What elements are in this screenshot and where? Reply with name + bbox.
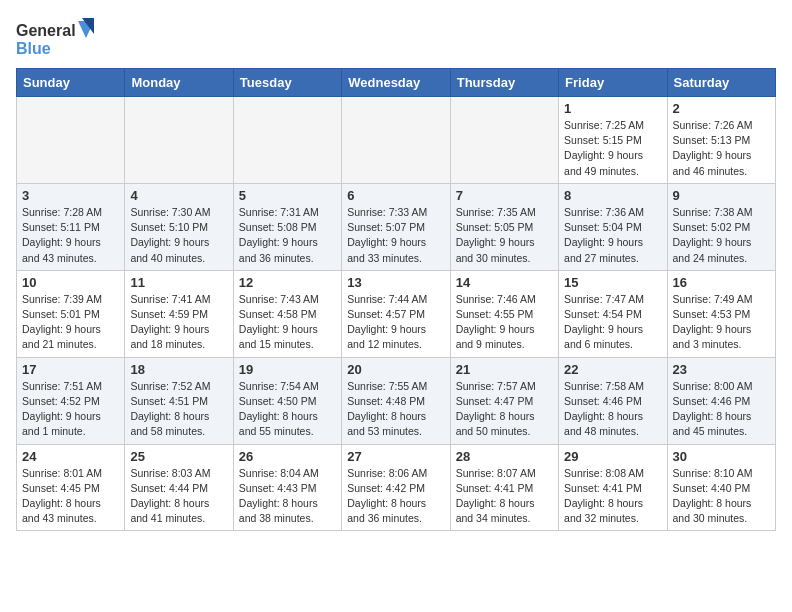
day-number: 6	[347, 188, 444, 203]
day-info: Sunrise: 7:58 AM Sunset: 4:46 PM Dayligh…	[564, 379, 661, 440]
day-info: Sunrise: 7:33 AM Sunset: 5:07 PM Dayligh…	[347, 205, 444, 266]
calendar-cell: 14Sunrise: 7:46 AM Sunset: 4:55 PM Dayli…	[450, 270, 558, 357]
day-info: Sunrise: 8:06 AM Sunset: 4:42 PM Dayligh…	[347, 466, 444, 527]
day-header-sunday: Sunday	[17, 69, 125, 97]
day-number: 11	[130, 275, 227, 290]
page-header: GeneralBlue	[16, 16, 776, 60]
calendar-cell: 20Sunrise: 7:55 AM Sunset: 4:48 PM Dayli…	[342, 357, 450, 444]
day-number: 13	[347, 275, 444, 290]
day-info: Sunrise: 7:51 AM Sunset: 4:52 PM Dayligh…	[22, 379, 119, 440]
calendar-cell: 4Sunrise: 7:30 AM Sunset: 5:10 PM Daylig…	[125, 183, 233, 270]
day-info: Sunrise: 7:30 AM Sunset: 5:10 PM Dayligh…	[130, 205, 227, 266]
day-info: Sunrise: 7:47 AM Sunset: 4:54 PM Dayligh…	[564, 292, 661, 353]
day-number: 30	[673, 449, 770, 464]
calendar: SundayMondayTuesdayWednesdayThursdayFrid…	[16, 68, 776, 531]
day-number: 1	[564, 101, 661, 116]
calendar-cell: 18Sunrise: 7:52 AM Sunset: 4:51 PM Dayli…	[125, 357, 233, 444]
logo: GeneralBlue	[16, 16, 96, 60]
calendar-cell	[233, 97, 341, 184]
calendar-cell: 29Sunrise: 8:08 AM Sunset: 4:41 PM Dayli…	[559, 444, 667, 531]
day-info: Sunrise: 7:35 AM Sunset: 5:05 PM Dayligh…	[456, 205, 553, 266]
day-header-thursday: Thursday	[450, 69, 558, 97]
day-number: 26	[239, 449, 336, 464]
calendar-cell: 22Sunrise: 7:58 AM Sunset: 4:46 PM Dayli…	[559, 357, 667, 444]
calendar-cell: 27Sunrise: 8:06 AM Sunset: 4:42 PM Dayli…	[342, 444, 450, 531]
day-number: 29	[564, 449, 661, 464]
calendar-cell: 10Sunrise: 7:39 AM Sunset: 5:01 PM Dayli…	[17, 270, 125, 357]
day-number: 4	[130, 188, 227, 203]
day-info: Sunrise: 7:39 AM Sunset: 5:01 PM Dayligh…	[22, 292, 119, 353]
calendar-cell: 1Sunrise: 7:25 AM Sunset: 5:15 PM Daylig…	[559, 97, 667, 184]
day-info: Sunrise: 7:38 AM Sunset: 5:02 PM Dayligh…	[673, 205, 770, 266]
logo-icon: GeneralBlue	[16, 16, 96, 60]
calendar-cell: 30Sunrise: 8:10 AM Sunset: 4:40 PM Dayli…	[667, 444, 775, 531]
calendar-cell: 16Sunrise: 7:49 AM Sunset: 4:53 PM Dayli…	[667, 270, 775, 357]
day-info: Sunrise: 7:57 AM Sunset: 4:47 PM Dayligh…	[456, 379, 553, 440]
calendar-week-2: 3Sunrise: 7:28 AM Sunset: 5:11 PM Daylig…	[17, 183, 776, 270]
calendar-cell: 3Sunrise: 7:28 AM Sunset: 5:11 PM Daylig…	[17, 183, 125, 270]
day-number: 15	[564, 275, 661, 290]
calendar-cell: 9Sunrise: 7:38 AM Sunset: 5:02 PM Daylig…	[667, 183, 775, 270]
day-header-tuesday: Tuesday	[233, 69, 341, 97]
calendar-cell: 13Sunrise: 7:44 AM Sunset: 4:57 PM Dayli…	[342, 270, 450, 357]
day-number: 16	[673, 275, 770, 290]
calendar-cell: 5Sunrise: 7:31 AM Sunset: 5:08 PM Daylig…	[233, 183, 341, 270]
calendar-cell: 28Sunrise: 8:07 AM Sunset: 4:41 PM Dayli…	[450, 444, 558, 531]
day-number: 5	[239, 188, 336, 203]
day-number: 3	[22, 188, 119, 203]
calendar-cell	[125, 97, 233, 184]
day-number: 18	[130, 362, 227, 377]
calendar-cell: 15Sunrise: 7:47 AM Sunset: 4:54 PM Dayli…	[559, 270, 667, 357]
day-number: 21	[456, 362, 553, 377]
calendar-cell: 23Sunrise: 8:00 AM Sunset: 4:46 PM Dayli…	[667, 357, 775, 444]
day-info: Sunrise: 8:07 AM Sunset: 4:41 PM Dayligh…	[456, 466, 553, 527]
day-number: 23	[673, 362, 770, 377]
calendar-cell: 25Sunrise: 8:03 AM Sunset: 4:44 PM Dayli…	[125, 444, 233, 531]
day-info: Sunrise: 8:03 AM Sunset: 4:44 PM Dayligh…	[130, 466, 227, 527]
day-number: 17	[22, 362, 119, 377]
day-info: Sunrise: 7:41 AM Sunset: 4:59 PM Dayligh…	[130, 292, 227, 353]
calendar-cell	[17, 97, 125, 184]
calendar-cell	[342, 97, 450, 184]
day-number: 20	[347, 362, 444, 377]
calendar-week-1: 1Sunrise: 7:25 AM Sunset: 5:15 PM Daylig…	[17, 97, 776, 184]
day-number: 2	[673, 101, 770, 116]
day-header-monday: Monday	[125, 69, 233, 97]
day-number: 9	[673, 188, 770, 203]
day-header-wednesday: Wednesday	[342, 69, 450, 97]
day-number: 22	[564, 362, 661, 377]
calendar-week-4: 17Sunrise: 7:51 AM Sunset: 4:52 PM Dayli…	[17, 357, 776, 444]
calendar-cell: 21Sunrise: 7:57 AM Sunset: 4:47 PM Dayli…	[450, 357, 558, 444]
day-number: 19	[239, 362, 336, 377]
day-info: Sunrise: 7:52 AM Sunset: 4:51 PM Dayligh…	[130, 379, 227, 440]
calendar-header-row: SundayMondayTuesdayWednesdayThursdayFrid…	[17, 69, 776, 97]
day-info: Sunrise: 8:10 AM Sunset: 4:40 PM Dayligh…	[673, 466, 770, 527]
calendar-week-5: 24Sunrise: 8:01 AM Sunset: 4:45 PM Dayli…	[17, 444, 776, 531]
day-number: 14	[456, 275, 553, 290]
svg-text:Blue: Blue	[16, 40, 51, 57]
calendar-cell: 17Sunrise: 7:51 AM Sunset: 4:52 PM Dayli…	[17, 357, 125, 444]
day-info: Sunrise: 8:04 AM Sunset: 4:43 PM Dayligh…	[239, 466, 336, 527]
day-info: Sunrise: 8:00 AM Sunset: 4:46 PM Dayligh…	[673, 379, 770, 440]
day-number: 7	[456, 188, 553, 203]
day-info: Sunrise: 7:44 AM Sunset: 4:57 PM Dayligh…	[347, 292, 444, 353]
svg-text:General: General	[16, 22, 76, 39]
day-header-saturday: Saturday	[667, 69, 775, 97]
calendar-cell: 26Sunrise: 8:04 AM Sunset: 4:43 PM Dayli…	[233, 444, 341, 531]
day-info: Sunrise: 7:36 AM Sunset: 5:04 PM Dayligh…	[564, 205, 661, 266]
calendar-cell: 2Sunrise: 7:26 AM Sunset: 5:13 PM Daylig…	[667, 97, 775, 184]
day-info: Sunrise: 7:43 AM Sunset: 4:58 PM Dayligh…	[239, 292, 336, 353]
day-info: Sunrise: 7:25 AM Sunset: 5:15 PM Dayligh…	[564, 118, 661, 179]
calendar-cell: 12Sunrise: 7:43 AM Sunset: 4:58 PM Dayli…	[233, 270, 341, 357]
calendar-week-3: 10Sunrise: 7:39 AM Sunset: 5:01 PM Dayli…	[17, 270, 776, 357]
day-number: 28	[456, 449, 553, 464]
calendar-cell	[450, 97, 558, 184]
day-header-friday: Friday	[559, 69, 667, 97]
calendar-cell: 11Sunrise: 7:41 AM Sunset: 4:59 PM Dayli…	[125, 270, 233, 357]
day-number: 25	[130, 449, 227, 464]
calendar-cell: 6Sunrise: 7:33 AM Sunset: 5:07 PM Daylig…	[342, 183, 450, 270]
calendar-cell: 7Sunrise: 7:35 AM Sunset: 5:05 PM Daylig…	[450, 183, 558, 270]
day-info: Sunrise: 7:31 AM Sunset: 5:08 PM Dayligh…	[239, 205, 336, 266]
calendar-cell: 19Sunrise: 7:54 AM Sunset: 4:50 PM Dayli…	[233, 357, 341, 444]
day-info: Sunrise: 8:01 AM Sunset: 4:45 PM Dayligh…	[22, 466, 119, 527]
